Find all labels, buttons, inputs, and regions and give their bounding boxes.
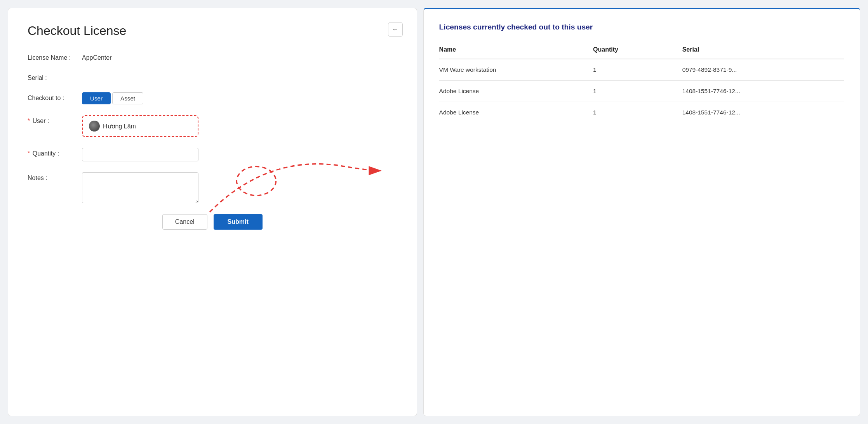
asset-toggle-button[interactable]: Asset [112,92,143,104]
col-header-name: Name [439,42,593,59]
serial-label: Serial : [28,72,82,81]
page-title: Checkout License [28,24,397,38]
user-label: * User : [28,115,82,125]
license-name-value: AppCenter [82,52,112,61]
cell-name-1: Adobe License [439,81,593,102]
cell-name-2: Adobe License [439,102,593,123]
notes-row: Notes : [28,172,397,203]
cell-qty-2: 1 [593,102,682,123]
notes-label: Notes : [28,172,82,182]
user-row: * User : Hương Lâm [28,115,397,137]
serial-row: Serial : [28,72,397,81]
licenses-table: Name Quantity Serial VM Ware workstation… [439,42,844,123]
checkout-toggle: User Asset [82,92,143,104]
quantity-label: * Quantity : [28,148,82,157]
cell-qty-1: 1 [593,81,682,102]
right-panel-title: Licenses currently checked out to this u… [439,23,844,31]
cell-name-0: VM Ware workstation [439,59,593,81]
right-panel: Licenses currently checked out to this u… [423,8,860,416]
notes-textarea[interactable] [82,172,198,203]
licenses-table-body: VM Ware workstation 1 0979-4892-8371-9..… [439,59,844,123]
user-name-value: Hương Lâm [103,123,136,130]
quantity-row: * Quantity : [28,148,397,161]
license-name-label: License Name : [28,52,82,61]
cell-serial-1: 1408-1551-7746-12... [682,81,844,102]
annotation-arrow [8,8,417,416]
table-header-row: Name Quantity Serial [439,42,844,59]
back-button[interactable]: ← [388,22,403,37]
cell-qty-0: 1 [593,59,682,81]
user-toggle-button[interactable]: User [82,92,111,104]
checkout-to-label: Checkout to : [28,92,82,102]
license-name-row: License Name : AppCenter [28,52,397,61]
cell-serial-0: 0979-4892-8371-9... [682,59,844,81]
col-header-serial: Serial [682,42,844,59]
page-wrapper: Checkout License ← License Name : AppCen… [8,8,860,416]
table-row: Adobe License 1 1408-1551-7746-12... [439,102,844,123]
user-avatar [89,121,100,132]
quantity-required-marker: * [28,150,30,157]
submit-button[interactable]: Submit [214,214,263,230]
avatar-image [89,121,100,132]
cancel-button[interactable]: Cancel [162,214,207,230]
left-panel: Checkout License ← License Name : AppCen… [8,8,417,416]
table-row: VM Ware workstation 1 0979-4892-8371-9..… [439,59,844,81]
user-required-marker: * [28,118,30,124]
checkout-to-row: Checkout to : User Asset [28,92,397,104]
table-row: Adobe License 1 1408-1551-7746-12... [439,81,844,102]
user-field-wrapper[interactable]: Hương Lâm [82,115,198,137]
col-header-quantity: Quantity [593,42,682,59]
cell-serial-2: 1408-1551-7746-12... [682,102,844,123]
button-row: Cancel Submit [28,214,397,230]
quantity-input[interactable] [82,148,198,161]
